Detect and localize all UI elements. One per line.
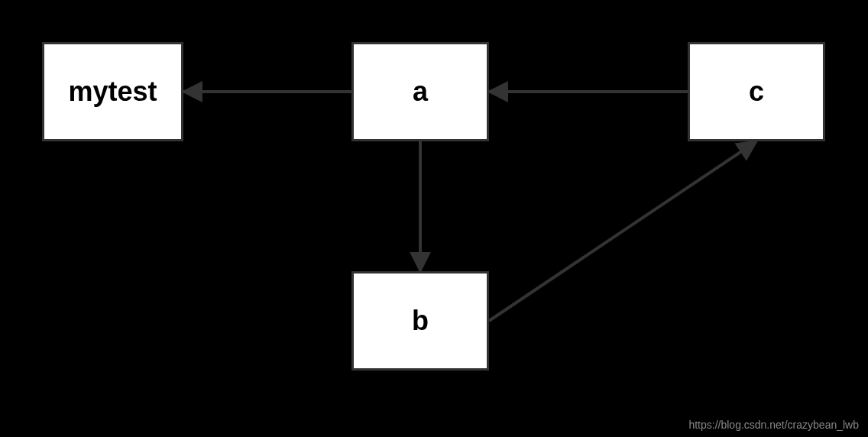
node-mytest: mytest [42, 42, 183, 141]
node-b: b [351, 271, 489, 371]
node-label-b: b [412, 305, 429, 337]
edge-b-to-c [489, 141, 756, 321]
node-a: a [351, 42, 489, 141]
node-label-c: c [749, 76, 764, 108]
node-label-a: a [413, 76, 428, 108]
watermark-text: https://blog.csdn.net/crazybean_lwb [688, 419, 859, 431]
node-c: c [688, 42, 825, 141]
node-label-mytest: mytest [68, 76, 157, 108]
